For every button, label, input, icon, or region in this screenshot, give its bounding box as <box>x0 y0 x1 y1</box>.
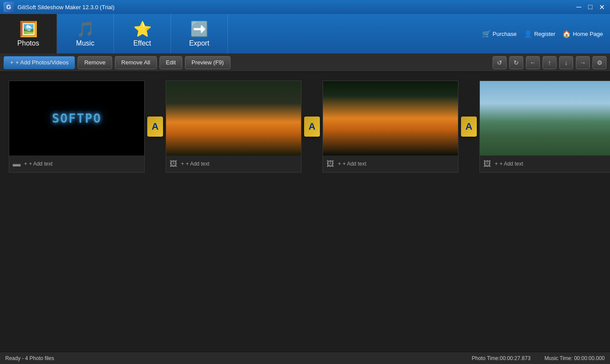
tab-music[interactable]: 🎵 Music <box>57 14 114 53</box>
add-text-plus-4: + <box>495 161 498 167</box>
status-bar: Ready - 4 Photo files Photo Time:00:00:2… <box>0 352 610 364</box>
slide-bottom-bar-3: 🖼 + + Add text <box>323 155 458 172</box>
add-text-label-2: + Add text <box>186 161 209 167</box>
music-time: Music Time: 00:00:00.000 <box>545 355 605 361</box>
photo-time: Photo Time:00:00:27.873 <box>472 355 530 361</box>
photo-strip: SOFTPO ▬ + + Add text A <box>9 81 601 173</box>
content-area: SOFTPO ▬ + + Add text A <box>0 72 610 352</box>
slide-thumb-3 <box>323 81 458 155</box>
register-button[interactable]: 👤 Register <box>524 30 555 38</box>
slide-card-4: 🖼 + + Add text <box>479 81 610 173</box>
add-text-label-4: + Add text <box>500 161 523 167</box>
maximize-button[interactable]: □ <box>585 2 595 12</box>
slide-image-1: SOFTPO <box>9 81 144 155</box>
transition-icon-box-3[interactable]: A <box>461 117 477 137</box>
add-text-button-2[interactable]: + + Add text <box>181 161 209 167</box>
add-text-label-1: + Add text <box>29 161 53 167</box>
tab-photos-label: Photos <box>18 39 39 47</box>
tab-export-label: Export <box>189 39 209 47</box>
register-icon: 👤 <box>524 30 532 38</box>
add-text-button-1[interactable]: + + Add text <box>24 161 53 167</box>
transition-icon-box-1[interactable]: A <box>147 117 163 137</box>
minimize-button[interactable]: ─ <box>574 2 584 12</box>
preview-button[interactable]: Preview (F9) <box>185 56 231 69</box>
tab-effect-label: Effect <box>133 39 151 47</box>
slide-thumb-container-4[interactable]: 🖼 + + Add text <box>479 81 610 173</box>
add-photos-plus-icon: + <box>10 59 14 66</box>
slide-bottom-bar-4: 🖼 + + Add text <box>480 155 610 172</box>
slide-image-3 <box>323 81 458 155</box>
purchase-icon: 🛒 <box>482 30 491 38</box>
register-label: Register <box>534 31 555 37</box>
add-text-button-4[interactable]: + + Add text <box>495 161 523 167</box>
slide-image-2 <box>166 81 301 155</box>
slide-card-3: 🖼 + + Add text <box>323 81 458 173</box>
app-logo-icon: G <box>4 2 14 12</box>
tab-export[interactable]: ➡️ Export <box>171 14 228 53</box>
rotate-left-button[interactable]: ↺ <box>493 56 507 69</box>
transition-label-3: A <box>465 121 472 132</box>
slide-image-4 <box>480 81 610 155</box>
preview-label: Preview (F9) <box>192 59 224 66</box>
purchase-label: Purchase <box>493 31 517 37</box>
image-icon-4: 🖼 <box>483 159 491 169</box>
transition-label-1: A <box>152 121 159 132</box>
tab-photos[interactable]: 🖼️ Photos <box>0 14 57 53</box>
slide-thumb-container-3[interactable]: 🖼 + + Add text <box>323 81 458 173</box>
add-text-plus-2: + <box>181 161 184 167</box>
remove-all-button[interactable]: Remove All <box>115 56 157 69</box>
home-icon: 🏠 <box>562 30 571 38</box>
arrow-down-button[interactable]: ↓ <box>559 56 573 69</box>
remove-label: Remove <box>84 59 105 66</box>
main-toolbar: 🖼️ Photos 🎵 Music ⭐ Effect ➡️ Export 🛒 P… <box>0 14 610 53</box>
transition-icon-box-2[interactable]: A <box>304 117 320 137</box>
toolbar-nav: 🖼️ Photos 🎵 Music ⭐ Effect ➡️ Export <box>0 14 228 53</box>
slide-thumb-container-2[interactable]: 🖼 + + Add text <box>166 81 301 173</box>
slide-thumb-4 <box>480 81 610 155</box>
add-text-plus-1: + <box>24 161 27 167</box>
add-text-plus-3: + <box>338 161 341 167</box>
tab-effect[interactable]: ⭐ Effect <box>114 14 171 53</box>
secondary-toolbar: + + Add Photos/Videos Remove Remove All … <box>0 53 610 72</box>
status-ready-text: Ready - 4 Photo files <box>5 355 54 361</box>
slide-thumb-container-1[interactable]: SOFTPO ▬ + + Add text <box>9 81 145 173</box>
close-button[interactable]: ✕ <box>597 2 606 12</box>
slide-thumb-1: SOFTPO <box>9 81 144 155</box>
logo-text: SOFTPO <box>52 111 101 126</box>
slide-card-1: SOFTPO ▬ + + Add text <box>9 81 145 173</box>
effect-icon: ⭐ <box>133 20 152 38</box>
arrow-left-button[interactable]: ← <box>526 56 540 69</box>
homepage-label: Home Page <box>573 31 603 37</box>
settings-button[interactable]: ⚙ <box>592 56 606 69</box>
purchase-button[interactable]: 🛒 Purchase <box>482 30 517 38</box>
transition-1: A <box>145 81 166 173</box>
add-text-button-3[interactable]: + + Add text <box>338 161 366 167</box>
photos-icon: 🖼️ <box>19 20 38 38</box>
homepage-button[interactable]: 🏠 Home Page <box>562 30 603 38</box>
add-photos-button[interactable]: + + Add Photos/Videos <box>4 56 75 69</box>
edit-label: Edit <box>166 59 176 66</box>
app-title: GiliSoft Sildeshow Maker 12.3.0 (Trial) <box>18 4 114 11</box>
slide-card-2: 🖼 + + Add text <box>166 81 301 173</box>
arrow-right-button[interactable]: → <box>576 56 590 69</box>
image-icon-2: 🖼 <box>170 159 177 169</box>
edit-button[interactable]: Edit <box>160 56 182 69</box>
rotate-right-button[interactable]: ↻ <box>509 56 523 69</box>
music-icon: 🎵 <box>76 20 95 38</box>
slide-bottom-bar-2: 🖼 + + Add text <box>166 155 301 172</box>
video-icon-1: ▬ <box>13 159 21 169</box>
image-icon-3: 🖼 <box>326 159 334 169</box>
add-text-label-3: + Add text <box>343 161 366 167</box>
remove-button[interactable]: Remove <box>78 56 112 69</box>
slide-thumb-2 <box>166 81 301 155</box>
transition-3: A <box>458 81 479 173</box>
tab-music-label: Music <box>76 39 95 47</box>
slide-bottom-bar-1: ▬ + + Add text <box>9 155 144 172</box>
title-bar-left: G GiliSoft Sildeshow Maker 12.3.0 (Trial… <box>4 2 114 12</box>
remove-all-label: Remove All <box>121 59 150 66</box>
arrow-up-button[interactable]: ↑ <box>543 56 557 69</box>
toolbar-actions: 🛒 Purchase 👤 Register 🏠 Home Page <box>482 14 610 53</box>
status-times: Photo Time:00:00:27.873 Music Time: 00:0… <box>472 355 605 361</box>
export-icon: ➡️ <box>190 20 209 38</box>
window-controls: ─ □ ✕ <box>574 2 606 12</box>
